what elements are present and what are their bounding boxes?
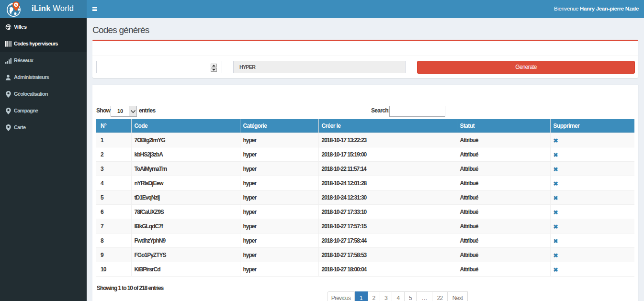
svg-text:$: $ — [15, 3, 17, 7]
